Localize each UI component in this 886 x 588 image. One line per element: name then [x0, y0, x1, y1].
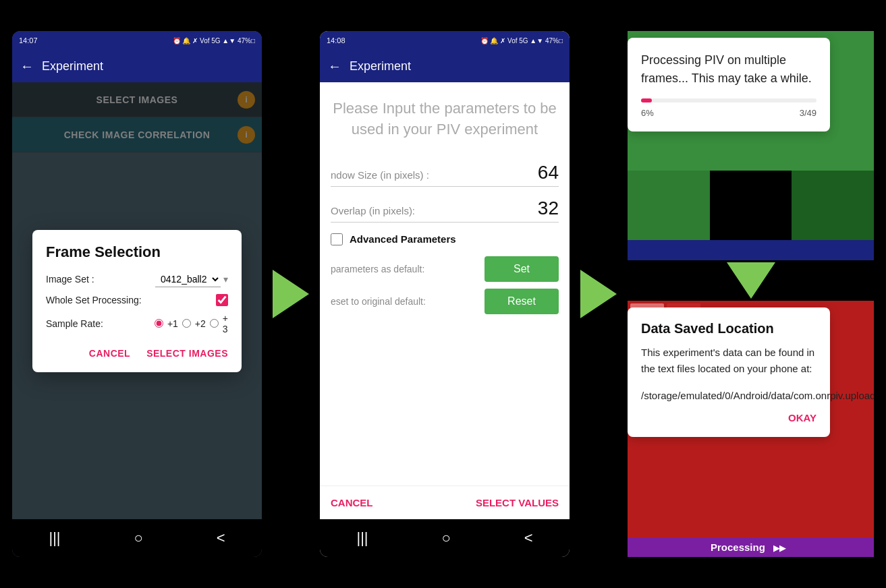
advanced-label: Advanced Parameters — [350, 233, 456, 245]
sample-rate-label-3: +3 — [223, 313, 228, 334]
window-size-value[interactable]: 64 — [518, 162, 559, 183]
sample-rate-radio-3[interactable] — [210, 319, 219, 328]
nav-back-2[interactable]: < — [524, 529, 533, 547]
screen2-body: Please Input the parameters to be used i… — [320, 82, 570, 486]
data-saved-actions: OKAY — [641, 412, 816, 423]
screen2-confirm-btn[interactable]: SELECT VALUES — [476, 497, 559, 508]
arrow-down — [727, 262, 775, 299]
progress-bar-fill — [641, 98, 652, 102]
sample-rate-radio-1[interactable] — [155, 319, 163, 328]
overlap-row: Overlap (in pixels): 32 — [331, 198, 559, 223]
toolbar-title-1: Experiment — [42, 59, 103, 74]
data-saved-card: Data Saved Location This experiment's da… — [628, 307, 830, 437]
data-saved-title: Data Saved Location — [641, 321, 816, 336]
status-bar-2: 14:08 ⏰ 🔔 ✗ Vof 5G ▲▼ 47%□ — [320, 31, 570, 50]
progress-percent: 6% — [641, 108, 654, 118]
screen2-cancel-btn[interactable]: CANCEL — [331, 497, 373, 508]
toolbar-1: ← Experiment — [12, 50, 262, 82]
image-set-row: Image Set : 0412_ball2 ▾ — [46, 272, 228, 287]
dialog-title: Frame Selection — [46, 243, 228, 261]
screen2: 14:08 ⏰ 🔔 ✗ Vof 5G ▲▼ 47%□ ← Experiment … — [320, 31, 570, 557]
arrow-right-1 — [273, 270, 309, 318]
toolbar-2: ← Experiment — [320, 50, 570, 82]
dropdown-icon: ▾ — [223, 274, 228, 285]
nav-back-1[interactable]: < — [217, 529, 225, 547]
advanced-row: Advanced Parameters — [331, 233, 559, 245]
nav-menu-1[interactable]: ||| — [49, 529, 60, 547]
time-2: 14:08 — [327, 36, 345, 45]
status-icons-2: ⏰ 🔔 ✗ Vof 5G ▲▼ 47%□ — [480, 37, 563, 45]
toolbar-title-2: Experiment — [350, 59, 411, 74]
frame-selection-dialog: Frame Selection Image Set : 0412_ball2 ▾… — [32, 230, 242, 372]
sample-rate-row: Sample Rate: +1 +2 +3 — [46, 313, 228, 334]
set-default-row: parameters as default: Set — [331, 256, 559, 282]
okay-btn[interactable]: OKAY — [788, 412, 816, 423]
progress-stats: 6% 3/49 — [641, 108, 816, 118]
data-saved-body: This experiment's data can be found in t… — [641, 345, 816, 377]
progress-bar-bg — [641, 98, 816, 102]
set-default-label: parameters as default: — [331, 264, 484, 274]
dialog-cancel-btn[interactable]: CANCEL — [89, 348, 130, 359]
advanced-checkbox[interactable] — [331, 233, 343, 245]
right-section: Processing PIV on multiple frames... Thi… — [628, 31, 874, 557]
processing-icon: ▶▶ — [768, 542, 791, 554]
back-arrow-2[interactable]: ← — [328, 59, 341, 74]
status-icons-1: ⏰ 🔔 ✗ Vof 5G ▲▼ 47%□ — [173, 37, 255, 45]
image-set-label: Image Set : — [46, 274, 155, 285]
overlap-label: Overlap (in pixels): — [331, 205, 518, 216]
dialog-overlay: Frame Selection Image Set : 0412_ball2 ▾… — [12, 82, 262, 519]
back-arrow-1[interactable]: ← — [20, 59, 34, 74]
sample-rate-label-1: +1 — [167, 318, 178, 329]
whole-set-checkbox[interactable] — [216, 294, 228, 306]
processing-title: Processing PIV on multiple frames... Thi… — [641, 51, 816, 88]
reset-btn[interactable]: Reset — [484, 289, 559, 314]
reset-default-row: eset to original default: Reset — [331, 289, 559, 314]
overlap-value[interactable]: 32 — [518, 198, 559, 219]
data-saved-path: /storage/emulated/0/Android/data/com.onr… — [641, 388, 816, 404]
dialog-confirm-btn[interactable]: SELECT IMAGES — [146, 348, 228, 359]
processing-label: Processing — [711, 541, 765, 553]
whole-set-label: Whole Set Processing: — [46, 295, 216, 305]
arrow-right-2 — [580, 270, 617, 318]
reset-default-label: eset to original default: — [331, 296, 484, 307]
nav-menu-2[interactable]: ||| — [356, 529, 368, 547]
nav-home-1[interactable]: ○ — [134, 529, 142, 547]
whole-set-row: Whole Set Processing: — [46, 294, 228, 306]
window-size-label: ndow Size (in pixels) : — [331, 169, 518, 181]
time-1: 14:07 — [19, 36, 38, 45]
processing-area: Processing PIV on multiple frames... Thi… — [628, 31, 874, 260]
image-set-select[interactable]: 0412_ball2 — [155, 272, 221, 287]
piv-prompt: Please Input the parameters to be used i… — [331, 93, 559, 146]
processing-card: Processing PIV on multiple frames... Thi… — [628, 38, 830, 131]
nav-home-2[interactable]: ○ — [441, 529, 450, 547]
processing-label-bar: Processing ▶▶ — [628, 537, 874, 557]
status-bar-1: 14:07 ⏰ 🔔 ✗ Vof 5G ▲▼ 47%□ — [12, 31, 262, 50]
nav-bar-2: ||| ○ < — [320, 519, 570, 557]
sample-rate-radio-2[interactable] — [182, 319, 191, 328]
sample-rate-label-2: +2 — [195, 318, 206, 329]
down-arrow-container — [628, 260, 874, 301]
sample-rate-label: Sample Rate: — [46, 318, 155, 329]
sample-rate-group: +1 +2 +3 — [155, 313, 228, 334]
screen-body-1: SELECT IMAGES i CHECK IMAGE CORRELATION … — [12, 82, 262, 519]
screen2-actions: CANCEL SELECT VALUES — [320, 486, 570, 519]
set-btn[interactable]: Set — [484, 256, 559, 282]
window-size-row: ndow Size (in pixels) : 64 — [331, 162, 559, 187]
data-saved-area: Data Saved Location This experiment's da… — [628, 301, 874, 557]
progress-fraction: 3/49 — [800, 108, 816, 118]
dialog-actions: CANCEL SELECT IMAGES — [46, 348, 228, 359]
nav-bar-1: ||| ○ < — [12, 519, 262, 557]
screen1: 14:07 ⏰ 🔔 ✗ Vof 5G ▲▼ 47%□ ← Experiment … — [12, 31, 262, 557]
